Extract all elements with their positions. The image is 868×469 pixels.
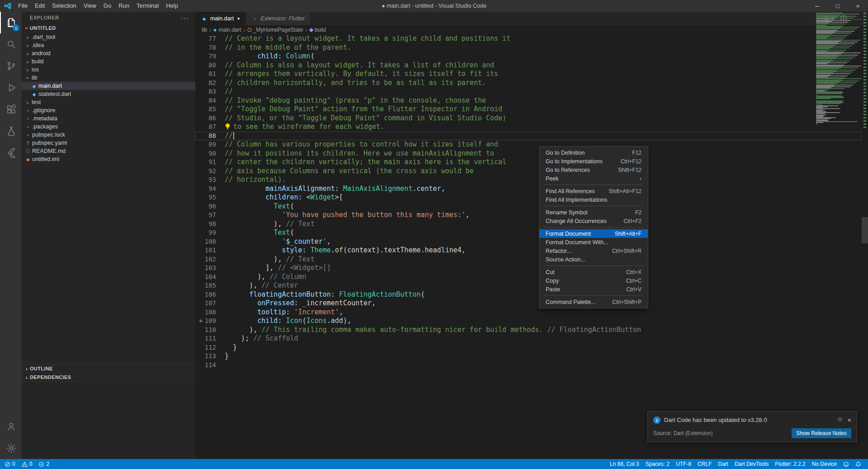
- menu-item-copy[interactable]: CopyCtrl+C: [539, 276, 648, 285]
- status-flutter[interactable]: Flutter: 2.2.2: [772, 461, 808, 467]
- breadcrumb-item-build[interactable]: build: [310, 27, 326, 33]
- line-number: 90: [195, 149, 225, 158]
- status-warning-indicator[interactable]: 0: [21, 461, 33, 467]
- tree-item-test[interactable]: ›test: [22, 98, 195, 106]
- tree-item-ios[interactable]: ›ios: [22, 66, 195, 74]
- line-number: 77: [195, 34, 225, 43]
- menu-terminal[interactable]: Terminal: [133, 0, 162, 12]
- status-circle-indicator[interactable]: 2: [38, 461, 50, 467]
- tree-item-statetest-dart[interactable]: statetest.dart: [22, 90, 195, 98]
- menu-item-command-palette-[interactable]: Command Palette...Ctrl+Shift+P: [539, 298, 648, 306]
- line-number: 94: [195, 185, 225, 194]
- source-control-icon[interactable]: [0, 55, 22, 77]
- menu-edit[interactable]: Edit: [31, 0, 48, 12]
- code-line-text: //: [225, 132, 234, 141]
- run-debug-icon[interactable]: [0, 77, 22, 99]
- menu-view[interactable]: View: [80, 0, 100, 12]
- tree-item-label: .dart_tool: [32, 34, 55, 40]
- status-crlf[interactable]: CRLF: [694, 461, 715, 467]
- menu-item-paste[interactable]: PasteCtrl+V: [539, 285, 648, 294]
- menu-go[interactable]: Go: [100, 0, 115, 12]
- status-ln[interactable]: Ln 88, Col 3: [607, 461, 642, 467]
- status-no[interactable]: No Device: [809, 461, 840, 467]
- tree-item-main-dart[interactable]: main.dart: [22, 82, 195, 90]
- menu-item-peek[interactable]: Peek›: [539, 174, 648, 183]
- code-editor[interactable]: 77// Center is a layout widget. It takes…: [195, 34, 862, 459]
- menu-item-format-document[interactable]: Format DocumentShift+Alt+F: [539, 229, 648, 238]
- lightbulb-icon[interactable]: [225, 123, 231, 133]
- show-release-notes-button[interactable]: Show Release Notes: [792, 428, 851, 438]
- settings-gear-icon[interactable]: [0, 437, 22, 459]
- code-line-102: 102 ), // Text: [195, 255, 862, 264]
- menu-item-rename-symbol[interactable]: Rename SymbolF2: [539, 208, 648, 217]
- tree-item--idea[interactable]: ›.idea: [22, 41, 195, 49]
- menu-selection[interactable]: Selection: [48, 0, 80, 12]
- close-button[interactable]: ×: [848, 0, 868, 12]
- maximize-button[interactable]: □: [827, 0, 848, 12]
- breadcrumb-separator-icon: ›: [208, 27, 212, 33]
- overview-change-mark: [863, 38, 866, 39]
- notification-close-icon[interactable]: ×: [848, 417, 851, 424]
- tree-item-untitled-iml[interactable]: untitled.iml: [22, 155, 195, 163]
- code-line-text: ); // Scaffold: [225, 334, 298, 343]
- menu-item-go-to-definition[interactable]: Go to DefinitionF12: [539, 148, 648, 157]
- menu-item-cut[interactable]: CutCtrl+X: [539, 268, 648, 276]
- menu-item-refactor-[interactable]: Refactor...Ctrl+Shift+R: [539, 246, 648, 255]
- tree-item-label: README.md: [32, 148, 66, 154]
- menu-help[interactable]: Help: [162, 0, 182, 12]
- extensions-icon[interactable]: [0, 99, 22, 120]
- vertical-scrollbar[interactable]: [862, 217, 868, 243]
- code-line-84: 84// Invoke "debug painting" (press "p" …: [195, 96, 862, 105]
- tree-item--gitignore[interactable]: .gitignore: [22, 106, 195, 114]
- menu-item-source-action-[interactable]: Source Action...: [539, 255, 648, 264]
- tree-item--dart-tool[interactable]: ›.dart_tool: [22, 33, 195, 41]
- overview-change-mark: [863, 111, 866, 112]
- tree-item-pubspec-lock[interactable]: pubspec.lock: [22, 131, 195, 139]
- code-line-text: // arranges them vertically. By default,…: [225, 70, 498, 79]
- menu-item-go-to-references[interactable]: Go to ReferencesShift+F12: [539, 166, 648, 174]
- breadcrumb-item--myhomepagestate[interactable]: _MyHomePageState: [248, 27, 303, 33]
- outline-section-header[interactable]: › OUTLINE: [22, 365, 195, 373]
- tree-item-build[interactable]: ›build: [22, 57, 195, 66]
- menu-item-label: Find All Implementations: [546, 197, 607, 203]
- tree-item--metadata[interactable]: .metadata: [22, 114, 195, 123]
- status-dart[interactable]: Dart: [715, 461, 731, 467]
- status-spaces[interactable]: Spaces: 2: [642, 461, 673, 467]
- status-error-indicator[interactable]: 0: [4, 461, 16, 467]
- testing-icon[interactable]: [0, 120, 22, 142]
- menu-item-format-document-with-[interactable]: Format Document With...: [539, 238, 648, 246]
- tree-item-pubspec-yaml[interactable]: pubspec.yaml: [22, 139, 195, 147]
- menu-run[interactable]: Run: [115, 0, 133, 12]
- search-icon[interactable]: [0, 33, 22, 55]
- line-number: 79: [195, 52, 225, 61]
- menu-item-shortcut: Ctrl+F2: [623, 218, 642, 224]
- notification-settings-gear-icon[interactable]: [837, 416, 843, 424]
- menu-file[interactable]: File: [14, 0, 31, 12]
- tree-item-lib[interactable]: ›lib: [22, 74, 195, 82]
- flutter-icon[interactable]: [0, 142, 22, 164]
- views-more-actions-icon[interactable]: ···: [181, 14, 189, 22]
- tree-item-readme-md[interactable]: README.md: [22, 147, 195, 155]
- accounts-icon[interactable]: [0, 416, 22, 437]
- menu-item-change-all-occurrences[interactable]: Change All OccurrencesCtrl+F2: [539, 217, 648, 225]
- tree-item--packages[interactable]: .packages: [22, 123, 195, 131]
- menu-item-go-to-implementations[interactable]: Go to ImplementationsCtrl+F12: [539, 157, 648, 166]
- tree-item-label: pubspec.yaml: [32, 140, 67, 146]
- line-number: 113: [195, 352, 225, 361]
- explorer-icon[interactable]: 1: [0, 12, 22, 33]
- minimap[interactable]: [814, 12, 862, 459]
- status-utf-8[interactable]: UTF-8: [673, 461, 694, 467]
- breadcrumb-item-lib[interactable]: lib: [202, 27, 207, 33]
- menu-item-find-all-implementations[interactable]: Find All Implementations: [539, 195, 648, 204]
- workspace-section-header[interactable]: › UNTITLED: [22, 24, 195, 33]
- notifications-bell-icon[interactable]: [852, 461, 864, 467]
- tab-extension-flutter[interactable]: Extension: Flutter: [246, 12, 311, 25]
- status-dart[interactable]: Dart DevTools: [731, 461, 772, 467]
- minimize-button[interactable]: ─: [807, 0, 827, 12]
- breadcrumb-item-main-dart[interactable]: ◆main.dart: [213, 27, 241, 33]
- tab-main-dart[interactable]: main.dart●: [195, 12, 246, 25]
- tree-item-android[interactable]: ›android: [22, 49, 195, 57]
- menu-item-find-all-references[interactable]: Find All ReferencesShift+Alt+F12: [539, 187, 648, 195]
- dependencies-section-header[interactable]: › DEPENDENCIES: [22, 373, 195, 382]
- feedback-icon[interactable]: [840, 461, 852, 467]
